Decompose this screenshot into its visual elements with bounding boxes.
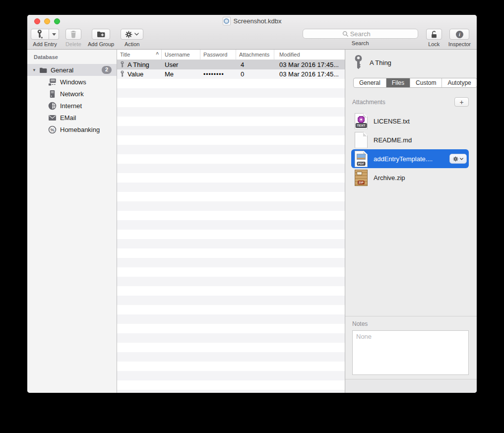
table-row[interactable]: Value Me •••••••• 0 03 Mar 2016 17:45... [117, 69, 345, 79]
sidebar-item[interactable]: % Network [27, 88, 117, 100]
tab[interactable]: General [354, 78, 386, 87]
inspector-panel: A Thing General Files Custom Autotype At… [345, 50, 477, 393]
entry-count-badge: 2 [102, 66, 112, 73]
attachment-row[interactable]: TEXT LICENSE.txt [351, 112, 469, 130]
sidebar-item[interactable]: % Internet [27, 100, 117, 112]
add-attachment-button[interactable]: + [454, 97, 469, 107]
attachments-label: Attachments [352, 99, 385, 106]
sidebar-group-general[interactable]: ▼ General 2 [27, 64, 117, 76]
window-title: Screenshot.kdbx [234, 17, 282, 25]
table-body: A Thing User 4 03 Mar 2016 17:45... Valu… [117, 60, 345, 79]
search-input[interactable] [303, 29, 418, 38]
lock-button[interactable] [426, 29, 442, 40]
minimize-button[interactable] [44, 18, 50, 24]
chevron-down-icon [460, 158, 463, 160]
search-group: Search [303, 29, 418, 46]
cell-username: Me [162, 70, 200, 78]
homebanking-percent-icon: % [48, 125, 57, 134]
notes-textarea[interactable] [352, 330, 469, 375]
document-icon [223, 17, 231, 25]
entry-table: Title Username Password Attachments Modi… [117, 50, 345, 393]
column-header[interactable]: Title [117, 50, 162, 60]
sidebar-item-icon: % [48, 89, 57, 98]
zoom-button[interactable] [54, 18, 60, 24]
attachment-row[interactable]: README.md [351, 130, 469, 149]
table-empty-rows [117, 79, 345, 393]
traffic-lights [34, 18, 60, 24]
folder-plus-icon [97, 31, 105, 38]
gear-icon [125, 31, 132, 38]
attachment-name: README.md [374, 136, 467, 144]
search-label: Search [352, 40, 369, 46]
toolbar-right: Search Lock i Inspector [303, 29, 471, 47]
tab[interactable]: Files [386, 78, 410, 87]
notes-section: Notes [345, 316, 477, 379]
file-icon [355, 132, 368, 148]
gear-icon [453, 156, 458, 162]
action-label: Action [125, 41, 140, 47]
sidebar-item-label: Windows [60, 78, 86, 86]
add-entry-group: Add Entry [31, 29, 59, 47]
delete-button[interactable] [65, 29, 81, 40]
lock-label: Lock [428, 41, 440, 47]
sidebar-item-label: Homebanking [60, 126, 100, 133]
info-icon: i [456, 31, 463, 38]
delete-group: Delete [65, 29, 81, 47]
delete-label: Delete [65, 41, 81, 47]
email-envelope-icon [48, 115, 57, 121]
disclosure-triangle-icon[interactable]: ▼ [32, 68, 39, 72]
table-row[interactable]: A Thing User 4 03 Mar 2016 17:45... [117, 60, 345, 69]
window-header: Screenshot.kdbx Add Entry [27, 15, 477, 50]
key-plus-icon [37, 30, 43, 39]
cell-username: User [162, 61, 200, 68]
sidebar-items: % Windows % Network [27, 76, 117, 135]
sidebar-item[interactable]: % Homebanking [27, 124, 117, 135]
sidebar-item[interactable]: % EMail [27, 112, 117, 124]
file-icon: TEXT [355, 113, 368, 129]
inspector-tabs: General Files Custom Autotype [353, 78, 477, 88]
inspector-button[interactable]: i [449, 29, 469, 40]
sidebar-item-icon: % [48, 125, 57, 134]
column-header[interactable]: Modified [274, 50, 345, 60]
file-icon: PDF [355, 151, 368, 167]
key-icon [120, 61, 125, 68]
tab[interactable]: Custom [410, 78, 442, 87]
sidebar: Database ▼ General 2 [27, 50, 117, 393]
toolbar: Add Entry Delete Add Group [27, 27, 477, 49]
chevron-down-icon [134, 33, 139, 36]
close-button[interactable] [34, 18, 40, 24]
sidebar-item-label: Internet [60, 102, 82, 110]
inspector-spacer [345, 187, 477, 316]
table-header: Title Username Password Attachments Modi… [117, 50, 345, 60]
column-header[interactable]: Attachments [236, 50, 274, 60]
add-group-button[interactable] [92, 29, 110, 40]
add-entry-dropdown[interactable] [49, 29, 59, 40]
app-window: Screenshot.kdbx Add Entry [27, 15, 477, 393]
sidebar-item[interactable]: % Windows [27, 76, 117, 88]
key-icon [353, 55, 364, 70]
add-entry-button[interactable] [31, 29, 49, 40]
titlebar[interactable]: Screenshot.kdbx [27, 15, 477, 27]
windows-icon [48, 78, 57, 86]
internet-globe-icon [48, 102, 57, 110]
sidebar-item-icon: % [48, 113, 57, 122]
attachment-name: Archive.zip [374, 174, 467, 182]
action-button[interactable] [121, 29, 143, 40]
column-header[interactable]: Username [162, 50, 200, 60]
lock-open-icon [431, 30, 438, 39]
notes-label: Notes [352, 320, 469, 327]
sidebar-item-icon: % [48, 101, 57, 110]
attachment-row[interactable]: PDF addEntryTemplate.... [351, 149, 469, 168]
inspector-entry-title: A Thing [370, 59, 391, 66]
sidebar-item-label: Network [60, 90, 84, 98]
window-title-area: Screenshot.kdbx [27, 15, 477, 27]
attachment-row[interactable]: ZIP Archive.zip [351, 168, 469, 187]
cell-modified: 03 Mar 2016 17:45... [274, 61, 345, 68]
attachment-action-button[interactable] [449, 154, 467, 164]
sidebar-header: Database [27, 54, 117, 64]
folder-icon [39, 67, 47, 73]
tab[interactable]: Autotype [442, 78, 476, 87]
attachment-list: TEXT LICENSE.txt [351, 112, 469, 187]
lock-group: Lock [426, 29, 442, 47]
column-header[interactable]: Password [200, 50, 236, 60]
